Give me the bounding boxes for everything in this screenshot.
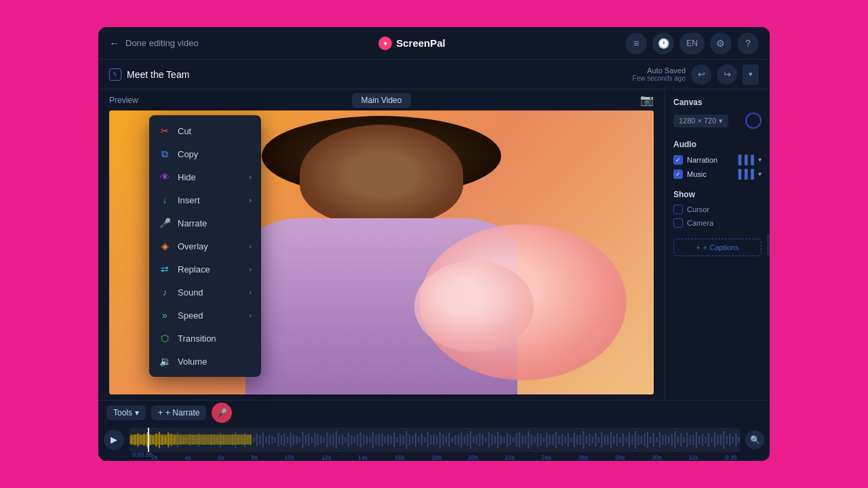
- captions-button[interactable]: + + Captions: [673, 239, 762, 256]
- svg-rect-165: [631, 435, 633, 445]
- svg-rect-96: [421, 434, 422, 446]
- narrate-button[interactable]: + + Narrate: [151, 405, 206, 420]
- time-markers-row: 0:00.08 2s 4s 6s 8s 10s 12s 14s 16s 18s …: [98, 454, 770, 461]
- svg-rect-196: [726, 436, 728, 444]
- svg-rect-47: [271, 436, 273, 444]
- music-checkbox[interactable]: ✓: [673, 169, 683, 179]
- svg-rect-118: [488, 432, 490, 447]
- svg-rect-142: [561, 434, 563, 446]
- svg-rect-58: [305, 435, 307, 445]
- svg-rect-200: [738, 437, 740, 443]
- svg-rect-120: [494, 436, 496, 444]
- list-button[interactable]: ≡: [625, 33, 647, 54]
- svg-rect-112: [470, 431, 471, 449]
- menu-item-hide[interactable]: 👁 Hide ›: [149, 165, 261, 188]
- svg-rect-92: [409, 434, 410, 445]
- panel-toggle-button[interactable]: ▾: [743, 64, 759, 85]
- svg-rect-44: [262, 432, 264, 447]
- clock-button[interactable]: 🕐: [652, 33, 674, 54]
- play-icon: ▶: [111, 434, 117, 445]
- play-button[interactable]: ▶: [104, 430, 124, 450]
- narration-expand-icon[interactable]: ▾: [758, 156, 762, 163]
- narration-checkbox[interactable]: ✓: [673, 155, 683, 165]
- svg-rect-111: [467, 434, 468, 446]
- svg-rect-181: [680, 433, 682, 447]
- svg-rect-130: [525, 436, 526, 444]
- narrate-plus-icon: +: [158, 408, 163, 418]
- svg-rect-149: [583, 431, 584, 449]
- time-mark-10s: 10s: [285, 454, 295, 461]
- svg-rect-123: [503, 436, 505, 443]
- svg-rect-41: [253, 437, 254, 443]
- done-editing-label: Done editing video: [125, 38, 199, 48]
- sub-bar: ✎ Meet the Team Auto Saved Few seconds a…: [98, 60, 770, 89]
- svg-rect-43: [259, 435, 260, 445]
- menu-item-volume[interactable]: 🔉 Volume: [149, 350, 261, 373]
- svg-rect-110: [464, 436, 465, 444]
- svg-rect-188: [702, 434, 703, 446]
- tools-button[interactable]: Tools ▾: [106, 405, 146, 420]
- hide-submenu-arrow-icon: ›: [249, 173, 252, 181]
- screenshot-button[interactable]: 📷: [640, 94, 654, 106]
- balloon-small: [414, 261, 534, 352]
- svg-rect-45: [265, 436, 267, 443]
- svg-rect-157: [607, 434, 608, 445]
- canvas-size-selector[interactable]: 868 × 488 ▾: [673, 115, 728, 127]
- svg-rect-160: [616, 434, 618, 446]
- toolbar-row: Tools ▾ + + Narrate 🎤: [98, 401, 770, 425]
- help-button[interactable]: ?: [737, 33, 759, 54]
- speed-submenu-arrow-icon: ›: [249, 311, 252, 319]
- back-button[interactable]: ← Done editing video: [109, 37, 199, 49]
- svg-rect-91: [406, 431, 407, 449]
- menu-item-sound[interactable]: ♪ Sound ›: [149, 281, 261, 304]
- panel-expand-button[interactable]: »: [767, 234, 770, 256]
- menu-item-speed[interactable]: » Speed ›: [149, 304, 261, 327]
- svg-rect-150: [586, 436, 587, 444]
- svg-rect-143: [564, 436, 566, 443]
- timeline-playhead: [148, 428, 149, 452]
- svg-rect-54: [293, 434, 294, 445]
- svg-rect-79: [369, 437, 370, 443]
- settings-button[interactable]: ⚙: [710, 33, 732, 54]
- camera-checkbox[interactable]: [673, 218, 683, 228]
- svg-rect-138: [549, 435, 551, 445]
- music-levels-icon[interactable]: ▐▐▐: [735, 169, 754, 179]
- search-timeline-button[interactable]: 🔍: [745, 430, 764, 449]
- svg-rect-161: [619, 436, 620, 443]
- redo-button[interactable]: ↪: [717, 64, 737, 85]
- svg-rect-184: [690, 435, 691, 445]
- menu-item-replace[interactable]: ⇄ Replace ›: [149, 258, 261, 281]
- narration-levels-icon[interactable]: ▐▐▐: [735, 155, 754, 165]
- menu-copy-label: Copy: [178, 149, 252, 159]
- music-expand-icon[interactable]: ▾: [758, 170, 762, 178]
- svg-rect-178: [671, 434, 673, 446]
- language-button[interactable]: EN: [679, 33, 705, 54]
- time-mark-end: 0:35: [725, 454, 737, 461]
- svg-rect-50: [281, 435, 282, 445]
- logo-text: ScreenPal: [396, 37, 446, 49]
- svg-rect-53: [290, 432, 291, 447]
- camera-row: Camera: [673, 218, 762, 228]
- svg-rect-82: [378, 434, 380, 446]
- eye-icon: 👁: [159, 171, 171, 183]
- svg-rect-66: [330, 435, 331, 445]
- menu-item-cut[interactable]: ✂ Cut: [149, 119, 261, 142]
- timeline-wrapper[interactable]: [130, 428, 740, 452]
- undo-button[interactable]: ↩: [691, 64, 711, 85]
- mic-record-button[interactable]: 🎤: [212, 403, 232, 423]
- svg-rect-140: [555, 432, 557, 448]
- svg-rect-198: [732, 436, 734, 443]
- canvas-shape-button[interactable]: [745, 113, 762, 129]
- timeline-track: [130, 428, 740, 452]
- menu-item-transition[interactable]: ⬡ Transition: [149, 327, 261, 350]
- cursor-checkbox[interactable]: [673, 205, 683, 214]
- svg-rect-59: [308, 434, 309, 446]
- menu-item-copy[interactable]: ⧉ Copy: [149, 142, 261, 165]
- svg-rect-81: [375, 435, 376, 445]
- speed-icon: »: [159, 309, 171, 321]
- auto-saved-label: Auto Saved: [633, 66, 686, 75]
- menu-item-insert[interactable]: ↓ Insert ›: [149, 188, 261, 211]
- menu-item-narrate[interactable]: 🎤 Narrate: [149, 211, 261, 235]
- scissors-icon: ✂: [159, 125, 171, 137]
- menu-item-overlay[interactable]: ◈ Overlay ›: [149, 235, 261, 258]
